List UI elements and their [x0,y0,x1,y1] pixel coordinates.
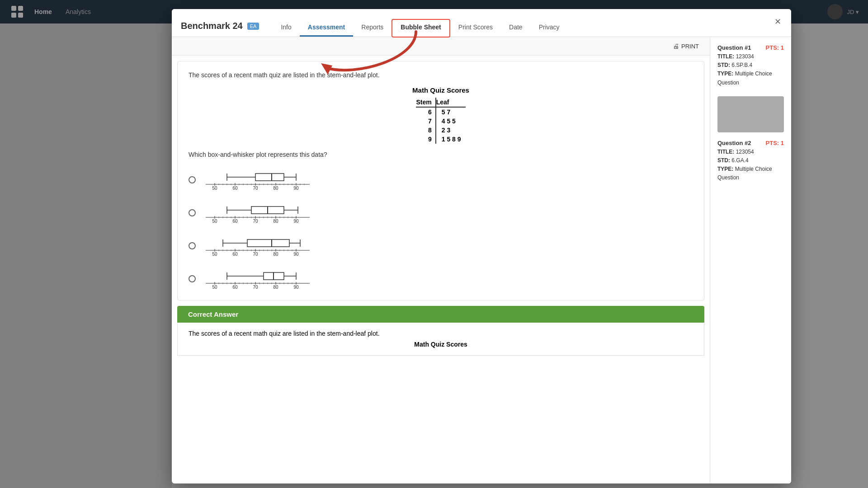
correct-chart-title: Math Quiz Scores [189,341,693,348]
svg-rect-100 [247,239,289,247]
svg-text:70: 70 [253,285,258,290]
svg-text:70: 70 [253,252,258,257]
modal-header: Benchmark 24 EA Info Assessment Reports … [172,9,791,37]
modal-body: 🖨 PRINT The scores of a recent math quiz… [172,37,791,483]
tab-info[interactable]: Info [273,19,299,37]
q2-details: TITLE: 123054 STD: 6.GA.4 TYPE: Multiple… [717,148,784,183]
question-text: The scores of a recent math quiz are lis… [189,70,693,80]
question-info-1: Question #1 PTS: 1 TITLE: 123034 STD: 6.… [717,44,784,87]
benchmark-modal: Benchmark 24 EA Info Assessment Reports … [172,9,791,483]
answer-option-b: 50 60 70 80 90 [189,200,693,225]
correct-answer-text: The scores of a recent math quiz are lis… [189,330,693,337]
tab-bubble-sheet[interactable]: Bubble Sheet [392,19,450,38]
tab-date[interactable]: Date [501,19,531,37]
table-row: 9 1 5 8 9 [416,135,465,144]
leaf-9: 1 5 8 9 [436,135,466,144]
stem-header: Stem [416,98,435,107]
svg-text:60: 60 [232,186,238,191]
box-plot-a: 50 60 70 80 90 [201,167,693,192]
leaf-7: 4 5 5 [436,117,466,126]
table-row: 7 4 5 5 [416,117,465,126]
svg-text:60: 60 [232,252,238,257]
close-button[interactable]: ✕ [771,15,784,28]
tab-privacy[interactable]: Privacy [531,19,568,37]
q2-number: Question #2 [717,140,751,146]
answer-option-d: 50 60 70 80 90 [189,266,693,291]
leaf-8: 2 3 [436,126,466,135]
q2-pts: PTS: 1 [766,140,784,146]
radio-c[interactable] [189,242,196,249]
print-label: PRINT [681,43,699,50]
stem-6: 6 [416,107,435,117]
svg-text:50: 50 [212,285,217,290]
leaf-header: Leaf [436,98,466,107]
box-plot-b: 50 60 70 80 90 [201,200,693,225]
leaf-6: 5 7 [436,107,466,117]
modal-tabs: Info Assessment Reports Bubble Sheet Pri… [268,19,572,37]
q1-number: Question #1 [717,44,751,51]
questions-sidebar: Question #1 PTS: 1 TITLE: 123034 STD: 6.… [710,37,791,483]
svg-text:50: 50 [212,186,217,191]
radio-d[interactable] [189,275,196,282]
radio-a[interactable] [189,176,196,183]
box-plot-svg-d: 50 60 70 80 90 [201,266,314,291]
box-plot-c: 50 60 70 80 90 [201,233,693,258]
q1-details: TITLE: 123034 STD: 6.SP.B.4 TYPE: Multip… [717,52,784,87]
svg-text:50: 50 [212,219,217,224]
svg-text:80: 80 [273,285,278,290]
stem-8: 8 [416,126,435,135]
stem-leaf-table: Stem Leaf 6 5 7 7 4 5 5 [416,98,465,144]
box-plot-svg-b: 50 60 70 80 90 [201,200,314,225]
table-row: 8 2 3 [416,126,465,135]
box-plot-svg-c: 50 60 70 80 90 [201,233,314,258]
svg-text:80: 80 [273,252,278,257]
question-box: The scores of a recent math quiz are lis… [177,61,704,300]
chart-title: Math Quiz Scores [189,86,693,94]
answer-options: 50 60 70 80 90 [189,167,693,291]
svg-text:80: 80 [273,219,278,224]
modal-main-content: 🖨 PRINT The scores of a recent math quiz… [172,37,710,483]
svg-text:60: 60 [232,285,238,290]
svg-text:90: 90 [293,252,299,257]
stem-7: 7 [416,117,435,126]
q1-pts: PTS: 1 [766,44,784,51]
table-row: 6 5 7 [416,107,465,117]
answer-option-a: 50 60 70 80 90 [189,167,693,192]
tab-print-scores[interactable]: Print Scores [450,19,501,37]
svg-text:70: 70 [253,219,258,224]
modal-title: Benchmark 24 [181,21,243,31]
svg-text:50: 50 [212,252,217,257]
print-bar: 🖨 PRINT [172,37,710,56]
svg-text:90: 90 [293,285,299,290]
radio-b[interactable] [189,209,196,216]
box-plot-svg-a: 50 60 70 80 90 [201,167,314,192]
correct-answer-bar: Correct Answer [177,306,704,323]
modal-badge: EA [247,23,259,30]
correct-answer-content: The scores of a recent math quiz are lis… [177,323,704,356]
svg-rect-34 [255,174,284,181]
printer-icon: 🖨 [673,42,679,50]
answer-option-c: 50 60 70 80 90 [189,233,693,258]
tab-assessment[interactable]: Assessment [300,19,354,37]
print-button[interactable]: 🖨 PRINT [669,41,703,52]
svg-text:80: 80 [273,186,278,191]
sidebar-image [717,96,784,132]
stem-9: 9 [416,135,435,144]
svg-text:60: 60 [232,219,238,224]
svg-text:70: 70 [253,186,258,191]
tab-reports[interactable]: Reports [353,19,392,37]
svg-text:90: 90 [293,219,299,224]
question-info-2: Question #2 PTS: 1 TITLE: 123054 STD: 6.… [717,140,784,183]
box-plot-d: 50 60 70 80 90 [201,266,693,291]
svg-text:90: 90 [293,186,299,191]
question-subtitle: Which box-and-whisker plot represents th… [189,151,693,158]
